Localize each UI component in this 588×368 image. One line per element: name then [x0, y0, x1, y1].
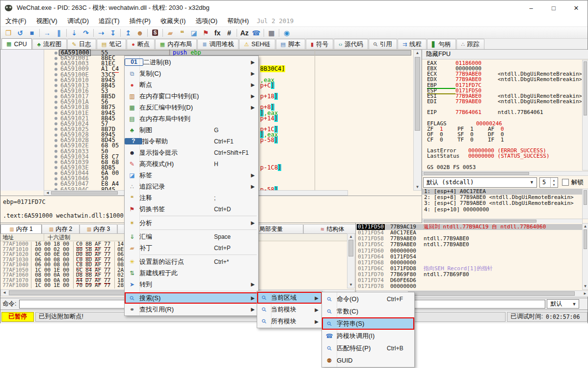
menu-item-制图[interactable]: ♣制图G [125, 124, 258, 136]
dump-tab-内存 2[interactable]: ▥内存 2 [42, 224, 80, 233]
breakpoint-dot-icon[interactable] [54, 62, 57, 65]
command-profile-combo[interactable]: 默认 ▼ [547, 299, 579, 309]
run-to-user-icon[interactable]: ⇢ [95, 28, 107, 38]
menubar-item[interactable]: 视图(V) [31, 15, 62, 27]
menu-item-在反汇编中转到(D)[interactable]: ▦在反汇编中转到(D)▶ [125, 102, 258, 113]
menubar-item[interactable]: 文件(F) [0, 15, 31, 27]
menu-item-转到[interactable]: ➤转到▶ [125, 279, 258, 290]
dump-tab-内存 1[interactable]: ▥内存 1 [0, 224, 42, 233]
breakpoint-dot-icon[interactable] [54, 79, 57, 82]
run-to-user-code-icon[interactable]: ☻ [134, 28, 146, 38]
breakpoint-dot-icon[interactable] [54, 134, 57, 137]
breakpoint-dot-icon[interactable] [54, 177, 57, 180]
menu-item-断点[interactable]: ●断点▶ [125, 79, 258, 90]
breakpoint-dot-icon[interactable] [54, 89, 57, 92]
menu-item-高亮模式(H)[interactable]: ✎高亮模式(H)H [125, 158, 258, 170]
stack-row[interactable]: 0171FD6000000000 [356, 248, 582, 254]
breakpoint-dot-icon[interactable] [54, 166, 57, 169]
calling-convention-combo[interactable]: 默认 (stdcall) ▼ [423, 177, 537, 188]
menu-item-标签[interactable]: ◪标签▶ [125, 170, 258, 181]
tab-日志[interactable]: ✎日志 [67, 39, 96, 49]
menu-item-设置新的运行点[interactable]: ✳设置新的运行点Ctrl+* [125, 256, 258, 267]
register-row[interactable]: EAX01186000 [427, 60, 582, 66]
menu-item-搜索(S)[interactable]: ⚲搜索(S)▶ [125, 292, 258, 304]
breakpoint-dot-icon[interactable] [54, 101, 57, 104]
breakpoint-dot-icon[interactable] [54, 112, 57, 114]
breakpoint-dot-icon[interactable] [54, 161, 57, 164]
menu-item-在内存窗口中转到(E)[interactable]: ▥在内存窗口中转到(E)▶ [125, 90, 258, 102]
menubar-item[interactable]: 收藏夹(I) [156, 15, 190, 27]
stack-pane[interactable]: 0171FD5077B9AC19返回到 ntdll.77B9AC19 自 ntd… [355, 223, 588, 297]
dump-vscrollbar[interactable]: ▲▼ [347, 233, 355, 288]
register-row[interactable] [427, 115, 582, 120]
menu-item-新建线程于此[interactable]: ⇅新建线程于此 [125, 267, 258, 279]
minimize-button[interactable]: – [520, 0, 542, 15]
registers-pane[interactable]: 隐藏FPU EAX01186000EBX00000000ECX77B9ABE0<… [422, 50, 588, 224]
menu-item-命令(O)[interactable]: ⚲命令(O)Ctrl+F [322, 293, 414, 305]
menu-item-当前区域[interactable]: ⚲当前区域▶ [257, 292, 322, 304]
tab-线程[interactable]: ⇉线程 [398, 39, 427, 49]
menu-item-常数(C)[interactable]: ⚲常数(C) [322, 305, 414, 317]
call-phone-icon[interactable]: ☎ [250, 28, 262, 38]
menu-item-二进制(B)[interactable]: 01二进制(B)▶ [125, 57, 258, 68]
arguments-vscrollbar[interactable] [582, 189, 588, 219]
strings-az-icon[interactable]: Az [239, 28, 250, 38]
tab-符号[interactable]: ▮符号 [306, 39, 333, 49]
breakpoint-dot-icon[interactable] [54, 95, 57, 98]
execute-till-return-icon[interactable]: ↥ [122, 28, 134, 38]
title-bar[interactable]: WeChat.exe - PID: 263C - 模块: wechatwin.d… [0, 0, 588, 15]
menu-item-跨模块调用(I)[interactable]: ☎跨模块调用(I) [322, 330, 414, 342]
menu-item-指令帮助[interactable]: ?指令帮助Ctrl+F1 [125, 136, 258, 147]
menubar-item[interactable]: 追踪(T) [94, 15, 125, 27]
menu-item-匹配特征(P)[interactable]: ⚲匹配特征(P)Ctrl+B [322, 342, 414, 354]
unlock-checkbox[interactable] [562, 179, 569, 186]
hide-fpu-button[interactable]: 隐藏FPU [422, 50, 588, 59]
stepper-arrows-icon[interactable]: ▲▼ [550, 178, 557, 187]
breakpoint-dot-icon[interactable] [54, 155, 57, 158]
tab-内存布局[interactable]: ▦内存布局 [155, 39, 197, 49]
menubar-item[interactable]: 插件(P) [125, 15, 156, 27]
register-row[interactable]: EDX77B9ABE0<ntdll.DbgUiRemoteBreakin> [427, 77, 582, 82]
disasm-row[interactable]: 6A59100055|push ebp [44, 50, 413, 56]
maximize-button[interactable]: □ [542, 0, 565, 15]
menu-item-切换书签[interactable]: ⚑切换书签Ctrl+D [125, 203, 258, 215]
labels-icon[interactable]: ◪ [188, 28, 200, 38]
register-row[interactable]: OF0SF0DF0 [427, 132, 582, 137]
menu-item-在内存布局中转到[interactable]: ▤在内存布局中转到 [125, 113, 258, 124]
open-file-icon[interactable]: ❐ [2, 28, 14, 38]
stop-s-icon[interactable]: S [149, 28, 161, 38]
menu-item-汇编[interactable]: ⇓汇编Space [125, 231, 258, 242]
register-row[interactable]: EBP0171FD7C [427, 83, 582, 88]
tab-断点[interactable]: ●断点 [127, 39, 155, 49]
argument-row[interactable]: 4: [esp+10] 00000000 [422, 207, 582, 213]
register-row[interactable]: GS 002B FS 0053 [427, 165, 582, 170]
breakpoint-dot-icon[interactable] [54, 117, 57, 120]
register-row[interactable]: LastStatus00000000 (STATUS_SUCCESS) [427, 153, 582, 159]
menu-item-注释[interactable]: ❝注释; [125, 192, 258, 203]
menu-item-当前模块[interactable]: ⚲当前模块▶ [257, 304, 322, 315]
restart-icon[interactable]: ↺ [14, 28, 26, 38]
tab-跟踪[interactable]: ∴跟踪 [456, 39, 484, 49]
functions-icon[interactable]: fx [212, 28, 223, 38]
registers-hscrollbar[interactable] [422, 171, 588, 176]
run-icon[interactable]: → [41, 28, 53, 38]
step-over-icon[interactable]: ↷ [80, 28, 92, 38]
breakpoint-dot-icon[interactable] [54, 144, 57, 147]
tab-句柄[interactable]: ▋句柄 [427, 39, 455, 49]
breakpoint-dot-icon[interactable] [54, 139, 57, 142]
pause-icon[interactable]: ∥ [53, 28, 65, 38]
globe-icon[interactable]: ◉ [281, 28, 293, 38]
calculator-icon[interactable]: ▦ [266, 28, 277, 38]
menubar-item[interactable]: 调试(D) [62, 15, 94, 27]
breakpoint-dot-icon[interactable] [54, 122, 57, 125]
breakpoint-dot-icon[interactable] [54, 106, 57, 109]
dump-tab-结构体[interactable]: ≋结构体 [303, 224, 361, 233]
stack-row[interactable]: 0171FD7800000000 [356, 283, 582, 289]
bookmarks-icon[interactable]: ⚑ [200, 28, 212, 38]
tab-笔记[interactable]: ▤笔记 [97, 39, 126, 49]
breakpoint-dot-icon[interactable] [54, 52, 57, 55]
breakpoint-dot-icon[interactable] [54, 84, 57, 87]
tab-CPU[interactable]: ▦CPU [1, 38, 32, 49]
breakpoint-dot-icon[interactable] [54, 73, 57, 76]
breakpoint-dot-icon[interactable] [54, 57, 57, 60]
